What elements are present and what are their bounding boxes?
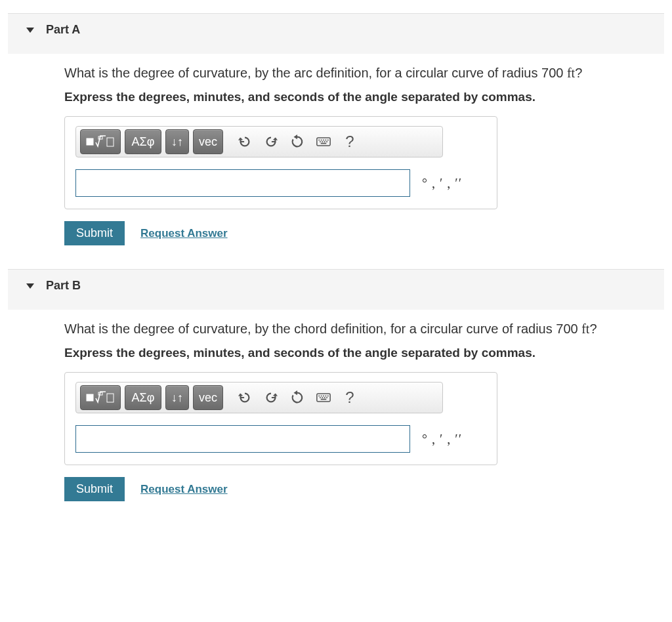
svg-rect-24: [318, 396, 320, 397]
part-title: Part B: [46, 279, 81, 293]
svg-rect-30: [322, 397, 323, 398]
reset-icon: [290, 135, 304, 149]
units-suffix: ° , ′ , ′′: [422, 432, 462, 447]
caret-down-icon: [26, 28, 34, 33]
undo-button[interactable]: [234, 129, 256, 154]
svg-marker-20: [238, 394, 243, 396]
reset-icon: [290, 390, 304, 405]
svg-rect-0: [87, 138, 93, 145]
part-header[interactable]: Part B: [8, 269, 664, 310]
subscript-superscript-button[interactable]: ↓↑: [165, 385, 189, 410]
svg-marker-3: [238, 138, 243, 140]
units-suffix: ° , ′ , ′′: [422, 176, 462, 191]
answer-input[interactable]: [75, 169, 410, 197]
svg-rect-11: [327, 140, 329, 141]
svg-rect-29: [320, 397, 321, 398]
redo-button[interactable]: [260, 129, 282, 154]
svg-rect-23: [317, 394, 330, 402]
reset-button[interactable]: [286, 129, 308, 154]
svg-rect-32: [326, 397, 327, 398]
svg-marker-22: [294, 390, 298, 395]
request-answer-link[interactable]: Request Answer: [140, 227, 228, 240]
submit-button[interactable]: Submit: [64, 477, 125, 501]
submit-button[interactable]: Submit: [64, 221, 125, 245]
reset-button[interactable]: [286, 385, 308, 410]
request-answer-link[interactable]: Request Answer: [140, 483, 228, 496]
subscript-superscript-button[interactable]: ↓↑: [165, 129, 189, 154]
undo-icon: [238, 390, 252, 405]
svg-rect-31: [324, 397, 326, 398]
undo-icon: [238, 135, 252, 149]
part-title: Part A: [46, 23, 80, 37]
svg-rect-13: [322, 141, 323, 142]
help-button[interactable]: ?: [339, 129, 361, 154]
part-B: Part B What is the degree of curvature, …: [8, 269, 664, 501]
keyboard-icon: [316, 135, 331, 148]
keyboard-button[interactable]: [312, 129, 335, 154]
svg-rect-10: [326, 140, 327, 141]
question-prompt: What is the degree of curvature, by the …: [64, 66, 664, 81]
svg-rect-14: [324, 141, 326, 142]
equation-toolbar: ΑΣφ ↓↑ vec: [75, 126, 443, 157]
svg-rect-6: [317, 138, 330, 146]
svg-rect-9: [323, 140, 324, 141]
undo-button[interactable]: [234, 385, 256, 410]
svg-rect-17: [87, 394, 93, 401]
part-header[interactable]: Part A: [8, 13, 664, 54]
redo-icon: [264, 390, 278, 405]
svg-marker-4: [273, 138, 278, 140]
templates-icon: [86, 135, 115, 149]
answer-input[interactable]: [75, 425, 410, 453]
templates-icon: [86, 390, 115, 405]
answer-instruction: Express the degrees, minutes, and second…: [64, 346, 664, 360]
svg-rect-28: [327, 396, 329, 397]
answer-instruction: Express the degrees, minutes, and second…: [64, 90, 664, 104]
equation-toolbar: ΑΣφ ↓↑ vec: [75, 382, 443, 413]
templates-button[interactable]: [80, 385, 121, 410]
vector-button[interactable]: vec: [193, 385, 223, 410]
svg-rect-25: [321, 396, 322, 397]
greek-button[interactable]: ΑΣφ: [125, 385, 161, 410]
svg-marker-5: [294, 135, 298, 139]
svg-rect-8: [321, 140, 322, 141]
svg-rect-7: [318, 140, 320, 141]
svg-rect-15: [326, 141, 327, 142]
svg-rect-16: [321, 143, 326, 144]
part-A: Part A What is the degree of curvature, …: [8, 13, 664, 245]
question-prompt: What is the degree of curvature, by the …: [64, 321, 664, 337]
vector-button[interactable]: vec: [193, 129, 223, 154]
svg-rect-19: [107, 394, 114, 402]
svg-rect-27: [326, 396, 327, 397]
svg-rect-26: [323, 396, 324, 397]
redo-icon: [264, 135, 278, 149]
greek-button[interactable]: ΑΣφ: [125, 129, 161, 154]
redo-button[interactable]: [260, 385, 282, 410]
svg-rect-33: [321, 399, 326, 400]
part-body: What is the degree of curvature, by the …: [8, 310, 664, 501]
answer-block: ΑΣφ ↓↑ vec: [64, 116, 497, 209]
templates-button[interactable]: [80, 129, 121, 154]
svg-rect-12: [320, 141, 321, 142]
answer-block: ΑΣφ ↓↑ vec: [64, 372, 497, 465]
help-button[interactable]: ?: [339, 385, 361, 410]
keyboard-button[interactable]: [312, 385, 335, 410]
keyboard-icon: [316, 391, 331, 404]
caret-down-icon: [26, 283, 34, 289]
svg-marker-21: [273, 394, 278, 396]
part-body: What is the degree of curvature, by the …: [8, 54, 664, 245]
svg-rect-2: [107, 138, 114, 146]
